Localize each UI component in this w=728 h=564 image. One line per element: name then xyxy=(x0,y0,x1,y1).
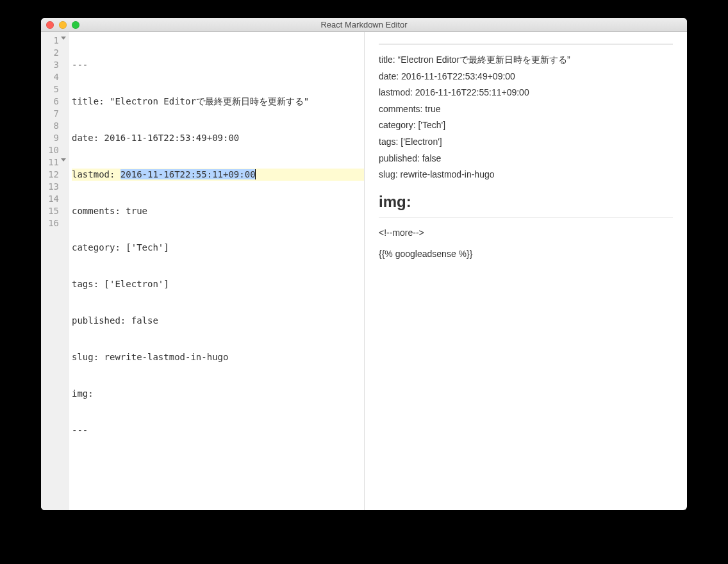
line-number[interactable]: 2 xyxy=(41,47,65,59)
preview-rule xyxy=(379,44,673,45)
preview-line: lastmod: 2016-11-16T22:55:11+09:00 xyxy=(379,87,673,99)
fold-icon[interactable] xyxy=(61,158,66,162)
code-line[interactable]: title: "Electron Editorで最終更新日時を更新する" xyxy=(72,95,364,108)
line-number[interactable]: 7 xyxy=(41,108,65,120)
line-number[interactable]: 13 xyxy=(41,181,65,193)
line-number[interactable]: 3 xyxy=(41,59,65,71)
line-number[interactable]: 10 xyxy=(41,144,65,156)
code-area[interactable]: --- title: "Electron Editorで最終更新日時を更新する"… xyxy=(69,32,364,510)
gutter: 1 2 3 4 5 6 7 8 9 10 11 12 13 14 15 16 xyxy=(41,32,69,510)
preview-line: published: false xyxy=(379,153,673,165)
code-text: lastmod: xyxy=(72,169,120,179)
preview-line: slug: rewrite-lastmod-in-hugo xyxy=(379,169,673,181)
preview-line: date: 2016-11-16T22:53:49+09:00 xyxy=(379,70,673,83)
line-number[interactable]: 4 xyxy=(41,71,65,83)
line-number[interactable]: 8 xyxy=(41,120,65,132)
preview-line: tags: ['Electron'] xyxy=(379,136,673,149)
cursor-icon xyxy=(255,169,256,179)
selection[interactable]: 2016-11-16T22:55:11+09:00 xyxy=(120,169,256,179)
preview-line: comments: true xyxy=(379,103,673,116)
zoom-icon[interactable] xyxy=(72,21,79,29)
code-line[interactable]: tags: ['Electron'] xyxy=(72,278,364,290)
preview-pane: title: “Electron Editorで最終更新日時を更新する” dat… xyxy=(364,32,687,510)
line-number[interactable]: 6 xyxy=(41,95,65,108)
titlebar[interactable]: React Markdown Editor xyxy=(41,18,687,32)
app-window: React Markdown Editor 1 2 3 4 5 6 7 8 9 … xyxy=(41,18,687,510)
content-area: 1 2 3 4 5 6 7 8 9 10 11 12 13 14 15 16 -… xyxy=(41,32,687,510)
preview-line: title: “Electron Editorで最終更新日時を更新する” xyxy=(379,54,673,67)
code-line[interactable]: comments: true xyxy=(72,205,364,217)
window-title: React Markdown Editor xyxy=(41,20,687,29)
fold-icon[interactable] xyxy=(61,37,66,40)
code-line[interactable] xyxy=(72,461,364,473)
preview-heading: img: xyxy=(379,193,673,218)
line-number[interactable]: 5 xyxy=(41,83,65,95)
line-number[interactable]: 15 xyxy=(41,205,65,217)
code-line[interactable]: published: false xyxy=(72,315,364,327)
code-line[interactable] xyxy=(72,497,364,510)
minimize-icon[interactable] xyxy=(59,21,67,29)
line-number[interactable]: 1 xyxy=(41,35,65,47)
code-line[interactable]: slug: rewrite-lastmod-in-hugo xyxy=(72,351,364,363)
traffic-lights xyxy=(46,21,79,29)
code-line[interactable]: img: xyxy=(72,388,364,400)
code-line[interactable]: --- xyxy=(72,59,364,71)
line-number[interactable]: 9 xyxy=(41,132,65,144)
code-line[interactable]: --- xyxy=(72,424,364,436)
preview-line: <!--more--> xyxy=(379,227,673,240)
line-number[interactable]: 16 xyxy=(41,217,65,229)
editor-pane[interactable]: 1 2 3 4 5 6 7 8 9 10 11 12 13 14 15 16 -… xyxy=(41,32,364,510)
line-number[interactable]: 11 xyxy=(41,156,65,169)
line-number[interactable]: 14 xyxy=(41,193,65,205)
close-icon[interactable] xyxy=(46,21,54,29)
code-line-active[interactable]: lastmod: 2016-11-16T22:55:11+09:00 xyxy=(72,169,364,181)
code-line[interactable]: date: 2016-11-16T22:53:49+09:00 xyxy=(72,132,364,144)
line-number[interactable]: 12 xyxy=(41,169,65,181)
code-line[interactable]: category: ['Tech'] xyxy=(72,242,364,254)
preview-line: category: ['Tech'] xyxy=(379,119,673,132)
preview-line: {{% googleadsense %}} xyxy=(379,248,673,261)
